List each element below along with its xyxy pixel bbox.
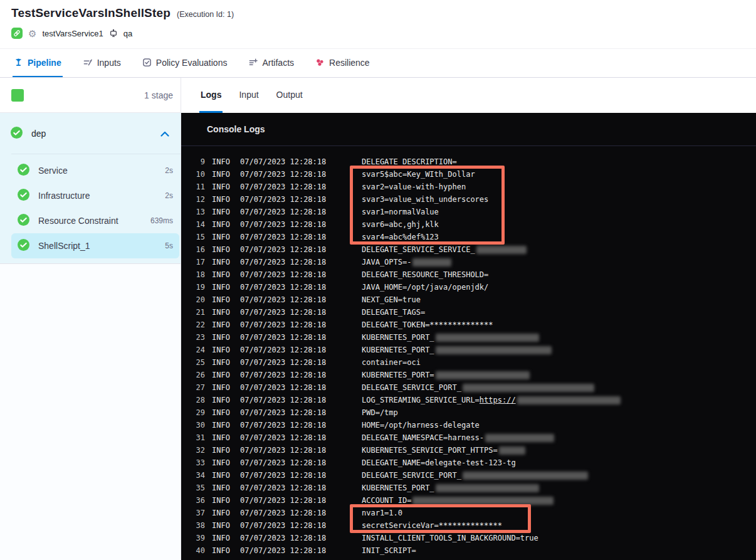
log-level: INFO [212, 220, 240, 229]
step-duration: 2s [165, 191, 173, 200]
subtab-logs[interactable]: Logs [199, 78, 223, 113]
log-line: 34 INFO 07/07/2023 12:28:18 DELEGATE_SER… [188, 469, 756, 482]
chevron-up-icon[interactable] [160, 128, 169, 139]
log-line: 11 INFO 07/07/2023 12:28:18 svar2=value-… [188, 181, 756, 193]
stage-group-dep[interactable]: dep [0, 113, 181, 154]
log-line-number: 36 [188, 496, 205, 505]
log-timestamp: 07/07/2023 12:28:18 [240, 333, 362, 342]
log-line: 36 INFO 07/07/2023 12:28:18 ACCOUNT_ID= [188, 494, 756, 507]
tab-policy-evaluations[interactable]: Policy Evaluations [141, 49, 229, 77]
log-line: 15 INFO 07/07/2023 12:28:18 svar4=abc%de… [188, 231, 756, 243]
log-line-number: 15 [188, 233, 205, 241]
log-line: 20 INFO 07/07/2023 12:28:18 NEXT_GEN=tru… [188, 293, 756, 306]
log-message: DELEGATE_SERVICE_PORT_ [362, 471, 588, 480]
subtab-label: Output [276, 90, 303, 100]
log-line: 32 INFO 07/07/2023 12:28:18 KUBERNETES_S… [188, 444, 756, 457]
log-line-number: 10 [188, 170, 205, 179]
log-line: 30 INFO 07/07/2023 12:28:18 HOME=/opt/ha… [188, 419, 756, 431]
step-service[interactable]: Service 2s [11, 158, 179, 183]
log-level: INFO [212, 346, 240, 354]
redacted-text [436, 371, 530, 379]
log-line: 13 INFO 07/07/2023 12:28:18 svar1=normal… [188, 206, 756, 218]
main-tabbar: Pipeline Inputs Policy Evaluations Artif… [0, 49, 756, 78]
step-label: Service [38, 166, 156, 176]
log-line: 37 INFO 07/07/2023 12:28:18 nvar1=1.0 [188, 507, 756, 519]
log-line-number: 29 [188, 408, 205, 417]
log-level: INFO [212, 509, 240, 517]
log-level: INFO [212, 496, 240, 505]
step-list: Service 2s Infrastructure 2s Resource Co… [0, 154, 181, 264]
log-line: 24 INFO 07/07/2023 12:28:18 KUBERNETES_P… [188, 344, 756, 356]
log-link[interactable]: https:// [480, 396, 516, 404]
policy-icon [142, 58, 152, 67]
log-message: svar4=abc%def%123 [362, 233, 439, 241]
log-timestamp: 07/07/2023 12:28:18 [240, 421, 362, 430]
log-message: KUBERNETES_PORT_ [362, 346, 552, 354]
subtab-output[interactable]: Output [275, 78, 304, 113]
log-timestamp: 07/07/2023 12:28:18 [240, 471, 362, 480]
log-message: svar3=value_with_underscores [362, 195, 488, 204]
log-timestamp: 07/07/2023 12:28:18 [240, 208, 362, 216]
tab-inputs[interactable]: Inputs [81, 49, 122, 77]
tab-label: Resilience [329, 58, 370, 68]
log-level: INFO [212, 208, 240, 216]
subtab-input[interactable]: Input [238, 78, 260, 113]
redacted-text [436, 334, 539, 342]
step-resource-constraint[interactable]: Resource Constraint 639ms [11, 208, 179, 233]
log-message: DELEGATE_SERVICE_PORT_ [362, 383, 594, 392]
log-line-number: 30 [188, 421, 205, 430]
tab-artifacts[interactable]: Artifacts [247, 49, 295, 77]
log-timestamp: 07/07/2023 12:28:18 [240, 396, 362, 404]
step-shellscript_1[interactable]: ShellScript_1 5s [11, 233, 179, 258]
stage-summary-row: 1 stage [0, 78, 181, 113]
sidebar-empty-area [0, 264, 181, 560]
tab-resilience[interactable]: Resilience [314, 49, 371, 77]
tab-icon [142, 58, 152, 67]
step-label: ShellScript_1 [38, 241, 156, 251]
log-timestamp: 07/07/2023 12:28:18 [240, 182, 362, 191]
log-line: 27 INFO 07/07/2023 12:28:18 DELEGATE_SER… [188, 381, 756, 394]
log-line: 18 INFO 07/07/2023 12:28:18 DELEGATE_RES… [188, 268, 756, 281]
log-timestamp: 07/07/2023 12:28:18 [240, 408, 362, 417]
log-line-number: 17 [188, 258, 205, 267]
log-timestamp: 07/07/2023 12:28:18 [240, 195, 362, 204]
log-timestamp: 07/07/2023 12:28:18 [240, 308, 362, 317]
log-level: INFO [212, 483, 240, 492]
log-line-number: 22 [188, 320, 205, 329]
execution-sidebar: 1 stage dep Service 2s Infrastructure 2s [0, 78, 181, 560]
console-log-area[interactable]: 9 INFO 07/07/2023 12:28:18 DELEGATE_DESC… [181, 146, 756, 557]
tab-pipeline[interactable]: Pipeline [13, 49, 63, 77]
log-line-number: 37 [188, 509, 205, 517]
log-message: svar5$abc=Key_WIth_Dollar [362, 170, 475, 179]
step-label: Infrastructure [38, 191, 156, 201]
log-level: INFO [212, 308, 240, 317]
console-panel: Console Logs 9 INFO 07/07/2023 12:28:18 … [181, 113, 756, 560]
log-line-number: 40 [188, 546, 205, 555]
log-line-number: 19 [188, 283, 205, 292]
log-line-number: 38 [188, 521, 205, 530]
step-duration: 5s [165, 241, 173, 250]
subtab-label: Logs [201, 90, 221, 100]
log-timestamp: 07/07/2023 12:28:18 [240, 383, 362, 392]
log-level: INFO [212, 534, 240, 542]
tab-label: Policy Evaluations [156, 58, 228, 68]
log-line: 22 INFO 07/07/2023 12:28:18 DELEGATE_TOK… [188, 319, 756, 331]
log-level: INFO [212, 170, 240, 179]
log-timestamp: 07/07/2023 12:28:18 [240, 320, 362, 329]
log-message: KUBERNETES_PORT= [362, 371, 530, 379]
log-level: INFO [212, 408, 240, 417]
log-line-number: 27 [188, 383, 205, 392]
step-label: Resource Constraint [38, 216, 142, 226]
step-infrastructure[interactable]: Infrastructure 2s [11, 183, 179, 208]
log-timestamp: 07/07/2023 12:28:18 [240, 433, 362, 442]
log-line: 23 INFO 07/07/2023 12:28:18 KUBERNETES_P… [188, 331, 756, 344]
log-message: svar2=value-with-hyphen [362, 182, 466, 191]
redacted-text [412, 258, 451, 267]
log-level: INFO [212, 233, 240, 241]
log-message: container=oci [362, 358, 421, 367]
tab-icon [14, 58, 23, 67]
log-level: INFO [212, 446, 240, 455]
log-line-number: 33 [188, 458, 205, 467]
log-line-number: 24 [188, 346, 205, 354]
log-timestamp: 07/07/2023 12:28:18 [240, 157, 362, 166]
